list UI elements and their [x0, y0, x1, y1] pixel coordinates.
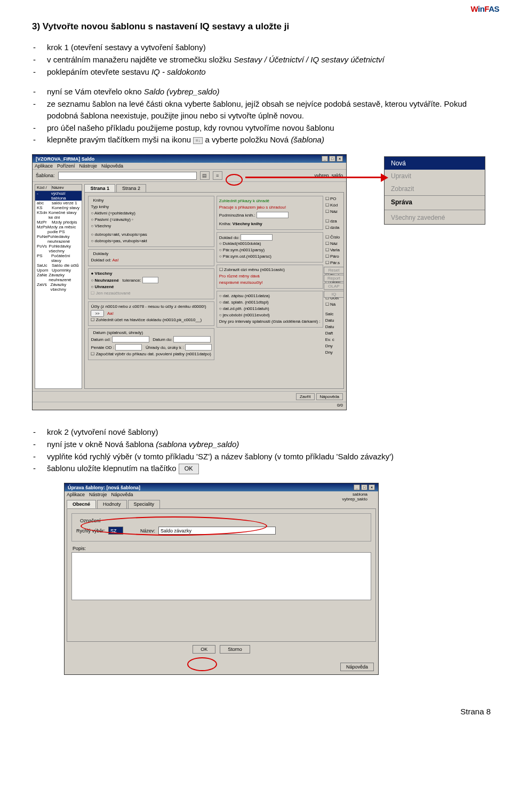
group-knihy-sub: Zohlednit příkazy k úhradě Pracuje s pří… [217, 196, 323, 230]
page-footer: Strana 8 [0, 696, 512, 726]
ok-inline-button[interactable]: OK [179, 464, 199, 474]
close-button[interactable]: Zavřít [296, 393, 314, 400]
report-button[interactable]: Report [324, 275, 344, 282]
group-doklady: Doklady Doklad od: Aa! [88, 249, 214, 266]
tab-obecne[interactable]: Obecné [67, 500, 96, 508]
group-dat-opts: ○ dat. zápisu (n0011datza) ○ dat. splatn… [217, 291, 323, 328]
menubar[interactable]: AplikacePořízeníNástrojeNápověda [33, 163, 346, 169]
callout-circle-fields [81, 516, 267, 536]
ctx-vsechny[interactable]: Všechny zavedené [385, 211, 485, 224]
document-page: WinFAS 3) Vytvořte novou šablonu s nasta… [0, 0, 512, 696]
form-pane: Knihy Typ knihy ○ Aktivní (=pohledávky) … [84, 192, 344, 389]
page-heading: 3) Vytvořte novou šablonu s nastavení IQ… [32, 21, 485, 32]
template-list[interactable]: Kód /Název -výchozí šablona abcsaldo ver… [35, 184, 82, 389]
bullet-block-3: -krok 2 (vytvoření nové šablony) - nyní … [32, 426, 485, 474]
tab-strana1[interactable]: Strana 1 [84, 184, 115, 192]
statusbar: 0/0 [33, 402, 346, 408]
screenshot-row-1: [VZOROVA_FIRMA] Saldo _ □ × AplikacePoří… [32, 154, 485, 410]
tab-strana2[interactable]: Strana 2 [116, 184, 146, 192]
ctx-upravit[interactable]: Upravit [385, 170, 485, 182]
help-button2[interactable]: Nápověda [340, 663, 374, 671]
template-input[interactable] [58, 172, 197, 180]
template-menu-icon[interactable]: ≡ [213, 171, 222, 180]
bullet-krok2: krok 2 (vytvoření nové šablony) [47, 426, 485, 438]
titlebar: [VZOROVA_FIRMA] Saldo _ □ × [33, 155, 346, 163]
tab-hodnoty[interactable]: Hodnoty [97, 500, 127, 508]
titlebar2: Úprava šablony: [nová šablona] _ □ × [65, 483, 378, 491]
callout-circle-ok [187, 657, 217, 671]
olap-button[interactable]: OLAP [324, 283, 344, 290]
template-edit-window: Úprava šablony: [nová šablona] _ □ × Apl… [64, 483, 379, 675]
group-doklad-do: Doklad do: ○ Doklad(n0010dokla) ○ Pár.sy… [217, 232, 323, 263]
saldo-window: [VZOROVA_FIRMA] Saldo _ □ × AplikacePoří… [32, 154, 347, 410]
popis-label: Popis: [73, 546, 371, 551]
maximize-icon[interactable]: □ [361, 484, 367, 490]
group-knihy: Knihy Typ knihy ○ Aktivní (=pohledávky) … [88, 196, 214, 247]
help-button[interactable]: Nápověda [316, 393, 343, 400]
popis-textarea[interactable] [71, 552, 371, 600]
ctx-zobrazit[interactable]: Zobrazit [385, 182, 485, 195]
group-datum: Datum (splatnosti, úhrady) Datum od: Dat… [88, 328, 214, 360]
bullet-path: v centrálním manažeru najděte ve stromeč… [47, 54, 485, 66]
callout-circle-icon [226, 174, 243, 186]
ctx-nova[interactable]: Nová [385, 157, 485, 170]
minimize-icon[interactable]: _ [354, 484, 360, 490]
brand-logo: WinFAS [470, 4, 499, 13]
ctx-sprava[interactable]: Správa [385, 195, 485, 209]
close-icon[interactable]: × [369, 484, 375, 490]
template-list-icon: ≡↓ [193, 137, 203, 144]
template-label: Šablona: [36, 173, 55, 178]
ok-button[interactable]: OK [193, 645, 215, 654]
bullet-open: poklepáním otevřete sestavu IQ - saldoko… [47, 66, 485, 78]
tab-speciality[interactable]: Speciality [128, 500, 161, 508]
menubar2[interactable]: AplikaceNástrojeNápověda sablonavybrep_s… [65, 491, 378, 498]
callout-arrow-line [245, 177, 384, 178]
close-icon[interactable]: × [337, 156, 343, 162]
reset-button[interactable]: Reset [324, 267, 344, 274]
bullet-krok1: krok 1 (otevření sestavy a vytvoření šab… [47, 42, 485, 53]
storno-button[interactable]: Storno [220, 645, 250, 654]
template-toolbar: Šablona: ▤ ≡ vybrep_saldo [33, 169, 346, 182]
iq-button[interactable]: IQ [324, 291, 344, 298]
tabs[interactable]: Strana 1 Strana 2 [84, 184, 344, 192]
group-uhrady: ● Všechny ○ Neuhrazené tolerance: ○ Uhra… [88, 268, 214, 299]
maximize-icon[interactable]: □ [329, 156, 335, 162]
bullet-block-2: - nyní se Vám otevřelo okno Saldo (vybre… [32, 86, 485, 146]
template-open-icon[interactable]: ▤ [200, 171, 210, 180]
callout-arrow-head [381, 173, 388, 182]
tabs2[interactable]: Obecné Hodnoty Speciality [67, 500, 342, 508]
minimize-icon[interactable]: _ [322, 156, 328, 162]
group-mena: ☐ Zobrazit cizí měnu (n0011castc) Pro rů… [217, 265, 323, 289]
bullet-block-1: -krok 1 (otevření sestavy a vytvoření ša… [32, 42, 485, 77]
context-menu[interactable]: Nová Upravit Zobrazit Správa Všechny zav… [384, 156, 485, 225]
group-ucty: Účty (z n0010 nebo z c0078 - nesou to úč… [88, 301, 214, 326]
